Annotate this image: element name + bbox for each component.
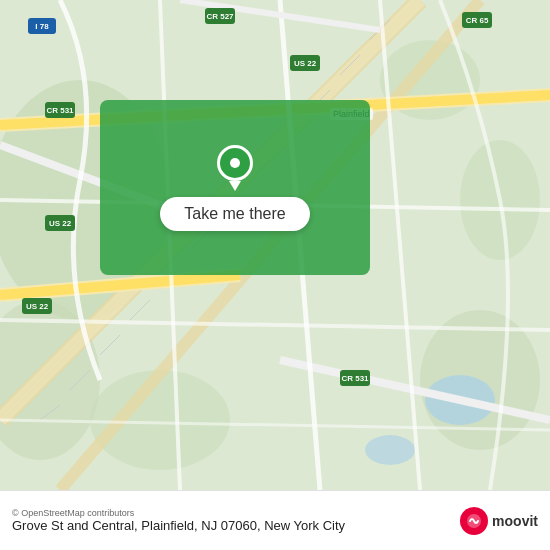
bottom-left-info: © OpenStreetMap contributors Grove St an… [12,508,345,533]
take-me-there-button[interactable]: Take me there [160,197,309,231]
shield-us22-top: US 22 [290,55,320,71]
shield-cr527: CR 527 [205,8,235,24]
pin-tail [229,181,241,191]
location-popup: Take me there [100,100,370,275]
moovit-svg-icon [465,512,483,530]
shield-cr531-bot: CR 531 [340,370,370,386]
svg-point-8 [365,435,415,465]
pin-dot [230,158,240,168]
svg-point-6 [90,370,230,470]
moovit-label: moovit [492,513,538,529]
map-container: I 78 CR 527 US 22 CR 531 US 22 US 22 CR … [0,0,550,490]
shield-cr65: CR 65 [462,12,492,28]
location-text: Grove St and Central, Plainfield, NJ 070… [12,518,345,533]
map-pin [213,145,257,189]
shield-us22-mid: US 22 [45,215,75,231]
shield-i78: I 78 [28,18,56,34]
moovit-logo: moovit [460,507,538,535]
attribution-text: © OpenStreetMap contributors [12,508,345,518]
shield-cr531: CR 531 [45,102,75,118]
bottom-bar: © OpenStreetMap contributors Grove St an… [0,490,550,550]
shield-us22-bot: US 22 [22,298,52,314]
moovit-icon [460,507,488,535]
pin-circle [217,145,253,181]
